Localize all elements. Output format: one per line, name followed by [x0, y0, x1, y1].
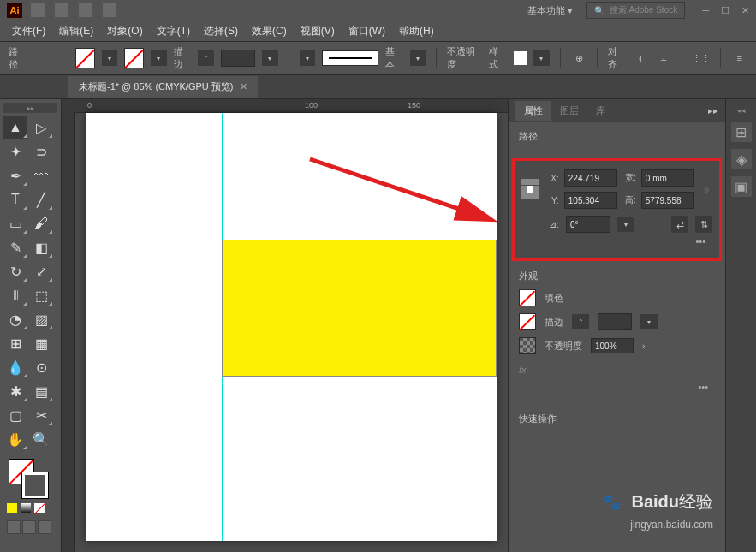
width-input[interactable]: [641, 169, 694, 187]
ruler-origin[interactable]: [62, 99, 75, 113]
tab-layers[interactable]: 图层: [551, 101, 587, 121]
artboard-tool[interactable]: ▢: [3, 404, 27, 426]
color-picker[interactable]: [9, 459, 48, 498]
symbol-sprayer-tool[interactable]: ✱: [3, 380, 27, 402]
appearance-more-button[interactable]: •••: [519, 378, 715, 395]
rotate-tool[interactable]: ↻: [3, 260, 27, 282]
color-mode-gradient[interactable]: [21, 503, 31, 513]
curvature-tool[interactable]: 〰: [29, 164, 53, 187]
arrange-icon[interactable]: [79, 3, 92, 17]
menu-object[interactable]: 对象(O): [102, 21, 147, 41]
isolate-icon[interactable]: ≡: [731, 50, 747, 67]
shape-builder-tool[interactable]: ◔: [3, 308, 27, 330]
stroke-weight-input[interactable]: [221, 50, 255, 67]
panel-stroke-stepper[interactable]: ⌃: [572, 314, 589, 329]
close-button[interactable]: ✕: [741, 5, 749, 16]
document-tab[interactable]: 未标题-1* @ 85% (CMYK/GPU 预览) ✕: [68, 76, 258, 98]
stroke-dropdown[interactable]: ▾: [151, 50, 167, 66]
tab-close-button[interactable]: ✕: [240, 81, 247, 92]
menu-view[interactable]: 视图(V): [295, 21, 340, 41]
magic-wand-tool[interactable]: ✦: [3, 140, 27, 163]
y-input[interactable]: [564, 192, 617, 209]
right-bar-collapse[interactable]: ◂◂: [737, 106, 746, 115]
brush-dropdown[interactable]: ▾: [410, 50, 426, 66]
free-transform-tool[interactable]: ⬚: [29, 284, 53, 306]
panel-opacity-swatch[interactable]: [519, 337, 536, 354]
minimize-button[interactable]: ─: [702, 5, 709, 16]
workspace-switcher[interactable]: 基本功能 ▾: [527, 4, 573, 17]
transform-more-button[interactable]: •••: [521, 233, 712, 250]
mesh-tool[interactable]: ⊞: [3, 332, 27, 354]
gradient-tool[interactable]: ▦: [29, 332, 53, 354]
eyedropper-tool[interactable]: 💧: [3, 356, 27, 378]
fx-button[interactable]: fx.: [519, 361, 715, 378]
panel-stroke-dropdown[interactable]: ▾: [640, 314, 658, 329]
artboard[interactable]: [86, 113, 497, 541]
x-input[interactable]: [564, 169, 617, 187]
stroke-weight-dropdown[interactable]: ▾: [262, 50, 278, 66]
opacity-flyout-icon[interactable]: ›: [642, 341, 646, 351]
pen-tool[interactable]: ✒: [3, 164, 27, 187]
vertical-ruler[interactable]: [62, 113, 75, 552]
brush-preview[interactable]: [322, 50, 378, 66]
fill-swatch[interactable]: [75, 48, 95, 68]
perspective-tool[interactable]: ▨: [29, 308, 53, 330]
menu-file[interactable]: 文件(F): [7, 21, 51, 41]
type-tool[interactable]: T: [3, 188, 27, 211]
height-input[interactable]: [641, 192, 694, 209]
link-wh-icon[interactable]: ⟐: [701, 175, 712, 203]
menu-select[interactable]: 选择(S): [199, 21, 243, 41]
transform-icon[interactable]: ⋮⋮: [693, 50, 710, 67]
panel-stroke-swatch[interactable]: [519, 313, 536, 330]
style-dropdown[interactable]: ▾: [533, 50, 550, 66]
rectangle-tool[interactable]: ▭: [3, 212, 27, 234]
direct-selection-tool[interactable]: ▷: [29, 116, 53, 139]
stock-icon[interactable]: [55, 3, 68, 17]
search-stock[interactable]: 🔍 搜索 Adobe Stock: [586, 2, 685, 19]
slice-tool[interactable]: ✂: [29, 404, 53, 426]
graph-tool[interactable]: ▤: [29, 380, 53, 402]
bridge-icon[interactable]: [31, 3, 45, 17]
flip-horizontal-button[interactable]: ⇄: [671, 216, 688, 233]
color-mode-color[interactable]: [7, 503, 17, 513]
menu-window[interactable]: 窗口(W): [343, 21, 390, 41]
draw-inside[interactable]: [38, 520, 51, 534]
properties-icon[interactable]: ⊞: [731, 122, 752, 142]
panel-fill-swatch[interactable]: [519, 289, 536, 306]
menu-effect[interactable]: 效果(C): [247, 21, 292, 41]
draw-normal[interactable]: [7, 520, 21, 534]
menu-edit[interactable]: 编辑(E): [54, 21, 98, 41]
yellow-rectangle[interactable]: [222, 240, 497, 377]
share-icon[interactable]: [103, 3, 116, 17]
blend-tool[interactable]: ⊙: [29, 356, 53, 378]
lasso-tool[interactable]: ⊃: [29, 140, 53, 163]
align-icon-1[interactable]: ⫞: [633, 50, 649, 67]
layers-icon[interactable]: ◈: [731, 149, 752, 169]
zoom-tool[interactable]: 🔍: [29, 428, 53, 450]
recolor-icon[interactable]: ⊕: [571, 50, 587, 67]
eraser-tool[interactable]: ◧: [29, 236, 53, 258]
fill-dropdown[interactable]: ▾: [102, 50, 118, 66]
angle-dropdown[interactable]: ▾: [617, 217, 634, 232]
menu-type[interactable]: 文字(T): [152, 21, 195, 41]
reference-point-selector[interactable]: [521, 179, 539, 199]
libraries-icon[interactable]: ▣: [731, 176, 752, 197]
graphic-style-swatch[interactable]: [514, 51, 527, 65]
tools-collapse[interactable]: ▸▸: [3, 103, 57, 113]
draw-behind[interactable]: [22, 520, 36, 534]
line-tool[interactable]: ╱: [29, 188, 53, 211]
flip-vertical-button[interactable]: ⇅: [695, 216, 712, 233]
scale-tool[interactable]: ⤢: [29, 260, 53, 282]
stroke-swatch[interactable]: [124, 48, 144, 68]
menu-help[interactable]: 帮助(H): [394, 21, 439, 41]
hand-tool[interactable]: ✋: [3, 428, 27, 450]
align-icon-2[interactable]: ⫠: [656, 50, 672, 67]
maximize-button[interactable]: ☐: [721, 5, 729, 16]
var-width-dropdown[interactable]: ▾: [300, 50, 316, 66]
color-mode-none[interactable]: [34, 503, 45, 513]
shaper-tool[interactable]: ✎: [3, 236, 27, 258]
panel-opacity-input[interactable]: [591, 338, 634, 353]
tab-properties[interactable]: 属性: [515, 101, 551, 121]
brush-tool[interactable]: 🖌: [29, 212, 53, 234]
stroke-weight-stepper[interactable]: ⌃: [198, 50, 214, 66]
